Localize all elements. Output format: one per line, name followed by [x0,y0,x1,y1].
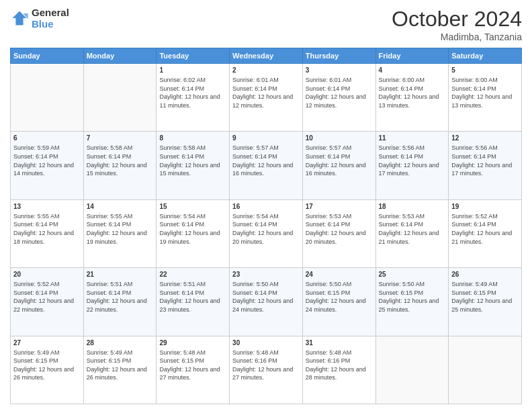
day-info: Sunset: 6:16 PM [232,357,300,365]
day-info: Sunrise: 5:48 AM [159,349,226,357]
day-number: 9 [232,134,300,143]
calendar-cell: 30Sunrise: 5:48 AMSunset: 6:16 PMDayligh… [230,336,303,404]
calendar-cell: 22Sunrise: 5:51 AMSunset: 6:14 PMDayligh… [157,268,230,336]
calendar-cell: 21Sunrise: 5:51 AMSunset: 6:14 PMDayligh… [83,268,157,336]
day-info: Sunset: 6:14 PM [159,152,226,161]
day-number: 1 [159,66,226,75]
location-subtitle: Madimba, Tanzania [392,32,522,42]
calendar-cell: 18Sunrise: 5:53 AMSunset: 6:14 PMDayligh… [375,199,449,267]
day-info: Daylight: 12 hours and 13 minutes. [451,93,519,109]
day-info: Sunrise: 5:53 AM [306,212,373,221]
logo-text: General Blue [32,7,69,30]
header: General Blue October 2024 Madimba, Tanza… [10,7,522,42]
calendar-cell: 26Sunrise: 5:49 AMSunset: 6:15 PMDayligh… [449,268,522,336]
calendar-cell: 31Sunrise: 5:48 AMSunset: 6:16 PMDayligh… [302,336,375,404]
day-info: Sunset: 6:14 PM [306,85,373,93]
day-info: Sunset: 6:14 PM [379,152,446,161]
day-info: Daylight: 12 hours and 12 minutes. [306,93,373,109]
day-info: Sunset: 6:14 PM [232,152,300,161]
calendar-cell: 28Sunrise: 5:49 AMSunset: 6:15 PMDayligh… [83,336,157,404]
day-info: Sunset: 6:14 PM [159,220,226,229]
day-number: 2 [232,66,300,75]
day-info: Daylight: 12 hours and 23 minutes. [159,297,226,314]
calendar-cell: 19Sunrise: 5:52 AMSunset: 6:14 PMDayligh… [449,199,522,267]
day-number: 30 [232,338,300,348]
calendar-cell: 10Sunrise: 5:57 AMSunset: 6:14 PMDayligh… [302,132,375,199]
day-info: Sunrise: 5:58 AM [87,144,154,152]
day-info: Sunset: 6:15 PM [159,357,226,365]
day-info: Sunrise: 5:52 AM [13,280,81,289]
day-info: Sunrise: 5:55 AM [87,212,154,221]
day-info: Daylight: 12 hours and 13 minutes. [379,93,446,109]
title-block: October 2024 Madimba, Tanzania [392,7,522,42]
day-info: Sunset: 6:14 PM [13,152,81,161]
calendar-cell: 17Sunrise: 5:53 AMSunset: 6:14 PMDayligh… [302,199,375,267]
calendar-cell: 2Sunrise: 6:01 AMSunset: 6:14 PMDaylight… [230,64,303,132]
day-info: Sunrise: 5:50 AM [379,280,446,289]
day-number: 25 [379,270,446,279]
day-number: 27 [13,338,81,348]
day-info: Sunset: 6:14 PM [451,152,519,161]
day-info: Daylight: 12 hours and 25 minutes. [379,297,446,314]
calendar-cell: 11Sunrise: 5:56 AMSunset: 6:14 PMDayligh… [375,132,449,199]
calendar-header-wednesday: Wednesday [230,48,303,64]
day-info: Sunset: 6:14 PM [232,220,300,229]
day-number: 24 [306,270,373,279]
day-info: Sunset: 6:14 PM [13,220,81,229]
calendar-cell: 15Sunrise: 5:54 AMSunset: 6:14 PMDayligh… [157,199,230,267]
day-info: Sunrise: 6:00 AM [379,76,446,85]
day-number: 29 [159,338,226,348]
day-info: Daylight: 12 hours and 16 minutes. [232,161,300,178]
day-info: Sunrise: 5:49 AM [451,280,519,289]
day-info: Sunrise: 5:59 AM [13,144,81,152]
day-info: Daylight: 12 hours and 27 minutes. [232,365,300,382]
month-title: October 2024 [392,7,522,32]
calendar-cell: 4Sunrise: 6:00 AMSunset: 6:14 PMDaylight… [375,64,449,132]
calendar-cell: 23Sunrise: 5:50 AMSunset: 6:14 PMDayligh… [230,268,303,336]
day-info: Sunrise: 5:51 AM [159,280,226,289]
day-info: Sunrise: 6:02 AM [159,76,226,85]
day-info: Daylight: 12 hours and 20 minutes. [232,229,300,246]
day-number: 13 [13,202,81,212]
day-info: Sunrise: 5:56 AM [379,144,446,152]
day-number: 15 [159,202,226,212]
day-info: Daylight: 12 hours and 26 minutes. [13,365,81,382]
day-info: Daylight: 12 hours and 18 minutes. [13,229,81,246]
day-number: 16 [232,202,300,212]
day-info: Daylight: 12 hours and 16 minutes. [306,161,373,178]
calendar-header-friday: Friday [375,48,449,64]
day-number: 5 [451,66,519,75]
day-info: Daylight: 12 hours and 24 minutes. [306,297,373,314]
calendar-cell: 16Sunrise: 5:54 AMSunset: 6:14 PMDayligh… [230,199,303,267]
day-info: Sunset: 6:14 PM [379,85,446,93]
day-info: Daylight: 12 hours and 22 minutes. [87,297,154,314]
day-info: Daylight: 12 hours and 22 minutes. [13,297,81,314]
day-info: Sunset: 6:16 PM [306,357,373,365]
day-info: Daylight: 12 hours and 24 minutes. [232,297,300,314]
day-info: Sunset: 6:14 PM [13,289,81,298]
day-info: Sunrise: 6:01 AM [306,76,373,85]
day-info: Sunrise: 5:54 AM [232,212,300,221]
day-info: Sunrise: 5:49 AM [13,349,81,357]
calendar-cell: 27Sunrise: 5:49 AMSunset: 6:15 PMDayligh… [11,336,84,404]
day-info: Daylight: 12 hours and 19 minutes. [159,229,226,246]
day-info: Sunset: 6:14 PM [451,220,519,229]
day-number: 26 [451,270,519,279]
logo: General Blue [10,7,69,30]
calendar-cell: 25Sunrise: 5:50 AMSunset: 6:15 PMDayligh… [375,268,449,336]
day-info: Daylight: 12 hours and 20 minutes. [306,229,373,246]
day-info: Daylight: 12 hours and 19 minutes. [87,229,154,246]
day-info: Sunset: 6:14 PM [232,289,300,298]
calendar-cell: 9Sunrise: 5:57 AMSunset: 6:14 PMDaylight… [230,132,303,199]
calendar-header-monday: Monday [83,48,157,64]
day-number: 4 [379,66,446,75]
day-info: Sunrise: 5:53 AM [379,212,446,221]
day-number: 19 [451,202,519,212]
day-info: Daylight: 12 hours and 21 minutes. [379,229,446,246]
calendar-header-tuesday: Tuesday [157,48,230,64]
day-info: Sunrise: 5:56 AM [451,144,519,152]
day-info: Sunrise: 5:52 AM [451,212,519,221]
day-info: Sunset: 6:14 PM [379,220,446,229]
day-info: Daylight: 12 hours and 14 minutes. [13,161,81,178]
day-info: Sunrise: 5:57 AM [306,144,373,152]
